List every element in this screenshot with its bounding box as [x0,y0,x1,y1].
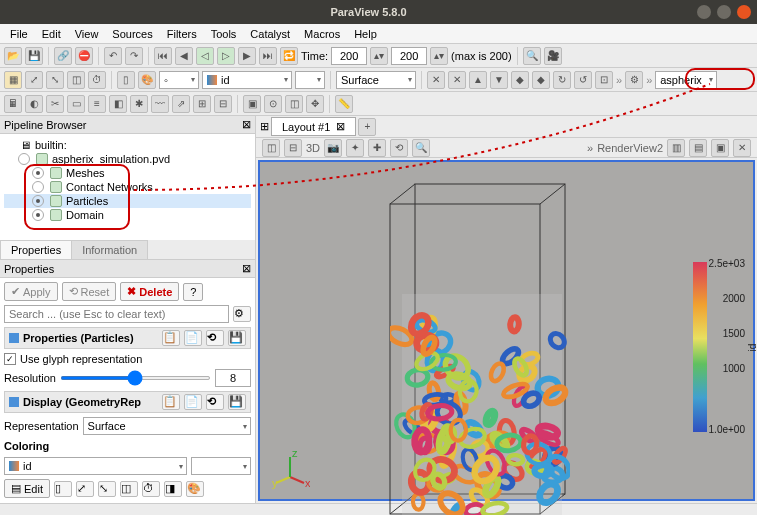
render-view[interactable]: 2.5e+03 2000 1500 1000 1.0e+00 id x y z [258,160,755,501]
resolution-input[interactable] [215,369,251,387]
selection-tool-icon[interactable]: ▣ [243,95,261,113]
undo-icon[interactable]: ↶ [104,47,122,65]
last-frame-icon[interactable]: ⏭ [259,47,277,65]
loop-icon[interactable]: 🔁 [280,47,298,65]
zoom-to-box-icon[interactable]: ⊡ [595,71,613,89]
view-pos-x-icon[interactable]: ✕ [448,71,466,89]
visibility-toggle[interactable] [32,209,44,221]
find-data-icon[interactable]: 🔍 [523,47,541,65]
maximize-button[interactable] [717,5,731,19]
apply-button[interactable]: ✔Apply [4,282,58,301]
rescale-icon[interactable]: ⤢ [25,71,43,89]
rotate-neg90-icon[interactable]: ↺ [574,71,592,89]
overflow-chevron-view[interactable]: » [587,142,593,154]
show-scalar-bar-icon[interactable]: ▯ [54,481,72,497]
view-split-h-icon[interactable]: ▥ [667,139,685,157]
edit-colormap-icon[interactable]: 🎨 [138,71,156,89]
visibility-toggle[interactable] [18,153,30,165]
axes-toggle-icon[interactable]: ✦ [346,139,364,157]
view-maximize-icon[interactable]: ▣ [711,139,729,157]
panel-close-icon[interactable]: ⊠ [242,118,251,131]
redo-icon[interactable]: ↷ [125,47,143,65]
representation-combo[interactable]: Surface [336,71,416,89]
connect-icon[interactable]: 🔗 [54,47,72,65]
hover-point-icon[interactable]: ⊙ [264,95,282,113]
reset-button[interactable]: ⟲Reset [62,282,117,301]
plugin-combo[interactable]: aspherix [655,71,717,89]
ruler-icon[interactable]: 📏 [335,95,353,113]
hover-cell-icon[interactable]: ◫ [285,95,303,113]
menu-edit[interactable]: Edit [36,26,67,42]
choose-preset-icon[interactable]: 🎨 [186,481,204,497]
interactive-select-icon[interactable]: ✥ [306,95,324,113]
tab-information[interactable]: Information [71,240,148,259]
color-legend[interactable] [693,262,707,432]
close-tab-icon[interactable]: ⊠ [336,120,345,133]
tree-file[interactable]: aspherix_simulation.pvd [4,152,251,166]
menu-view[interactable]: View [69,26,105,42]
view-pos-z-icon[interactable]: ◆ [532,71,550,89]
color-component-combo[interactable] [295,71,325,89]
add-layout-button[interactable]: + [358,118,376,136]
zoom-data-icon[interactable]: 🔍 [412,139,430,157]
menu-catalyst[interactable]: Catalyst [244,26,296,42]
section-display[interactable]: Display (GeometryRep 📋 📄 ⟲ 💾 [4,391,251,413]
copy-icon[interactable]: 📋 [162,330,180,346]
paste-icon[interactable]: 📄 [184,394,202,410]
panel-close-icon[interactable]: ⊠ [242,262,251,275]
extract-filter-icon[interactable]: ◧ [109,95,127,113]
center-axes-icon[interactable]: ✚ [368,139,386,157]
save-section-icon[interactable]: 💾 [228,394,246,410]
slice-filter-icon[interactable]: ▭ [67,95,85,113]
reset-section-icon[interactable]: ⟲ [206,330,224,346]
resolution-slider[interactable] [60,376,211,380]
overflow-chevron-2[interactable]: » [646,74,652,86]
view-mode-3d[interactable]: 3D [306,142,320,154]
component-combo[interactable]: ◦ [159,71,199,89]
advanced-toggle-icon[interactable]: ⚙ [233,306,251,322]
prev-frame-icon[interactable]: ◀ [175,47,193,65]
rescale-visible-icon[interactable]: ◫ [120,481,138,497]
minimize-button[interactable] [697,5,711,19]
menu-file[interactable]: File [4,26,34,42]
rotate-90-icon[interactable]: ↻ [553,71,571,89]
split-v-icon[interactable]: ⊟ [284,139,302,157]
tree-item-domain[interactable]: Domain [4,208,251,222]
layout-tab[interactable]: Layout #1 ⊠ [271,117,356,136]
next-frame-icon[interactable]: ▶ [238,47,256,65]
tree-root[interactable]: 🖥 builtin: [4,138,251,152]
contour-filter-icon[interactable]: ◐ [25,95,43,113]
reset-camera-icon[interactable]: ⟲ [390,139,408,157]
copy-icon[interactable]: 📋 [162,394,180,410]
coloring-component-combo[interactable] [191,457,251,475]
menu-help[interactable]: Help [348,26,383,42]
edit-colormap-button[interactable]: ▤Edit [4,479,50,498]
time-value-input[interactable] [331,47,367,65]
first-frame-icon[interactable]: ⏮ [154,47,172,65]
tab-properties[interactable]: Properties [0,240,72,259]
display-representation-combo[interactable]: Surface [83,417,251,435]
group-filter-icon[interactable]: ⊞ [193,95,211,113]
time-index-stepper-icon[interactable]: ▴▾ [430,47,448,65]
camera-icon[interactable]: 📷 [324,139,342,157]
view-split-v-icon[interactable]: ▤ [689,139,707,157]
color-preset-icon[interactable]: ▦ [4,71,22,89]
save-section-icon[interactable]: 💾 [228,330,246,346]
rescale-temporal-icon[interactable]: ⏱ [142,481,160,497]
properties-search-input[interactable] [4,305,229,323]
rescale-range-icon[interactable]: ⤢ [76,481,94,497]
view-neg-z-icon[interactable]: ◆ [511,71,529,89]
warp-filter-icon[interactable]: ⇗ [172,95,190,113]
open-icon[interactable]: 📂 [4,47,22,65]
view-neg-y-icon[interactable]: ▲ [469,71,487,89]
rescale-custom-icon[interactable]: ⤡ [98,481,116,497]
visibility-toggle[interactable] [32,181,44,193]
calculator-filter-icon[interactable]: 🖩 [4,95,22,113]
menu-macros[interactable]: Macros [298,26,346,42]
disconnect-icon[interactable]: ⛔ [75,47,93,65]
tree-item-contact-networks[interactable]: Contact Networks [4,180,251,194]
rescale-visible-icon[interactable]: ◫ [67,71,85,89]
glyph-filter-icon[interactable]: ✱ [130,95,148,113]
play-reverse-icon[interactable]: ◁ [196,47,214,65]
view-close-icon[interactable]: ✕ [733,139,751,157]
